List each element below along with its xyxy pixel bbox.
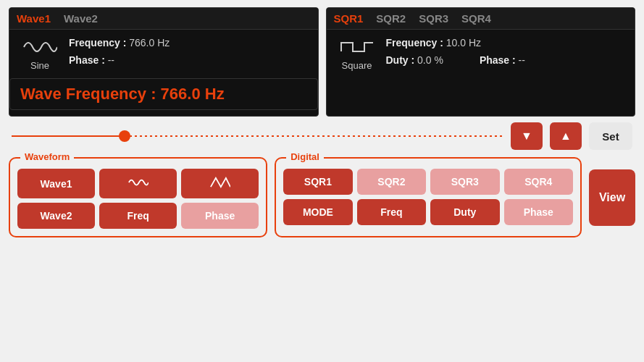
- middle-row: ▼ ▲ Set: [9, 122, 635, 150]
- sqr-panel: SQR1 SQR2 SQR3 SQR4 Square Frequency : 1…: [326, 7, 636, 117]
- freq-param: Frequency : 766.0 Hz: [69, 37, 309, 49]
- duty-param: Duty : 0.0 %: [386, 54, 443, 66]
- sqr-icon-area: Square: [335, 37, 379, 71]
- digital-row1: SQR1 SQR2 SQR3 SQR4: [283, 169, 573, 195]
- waveform-btn-sine[interactable]: [99, 169, 177, 198]
- down-arrow-button[interactable]: ▼: [511, 122, 543, 150]
- digital-row2: MODE Freq Duty Phase: [283, 199, 573, 225]
- slider-thumb[interactable]: [119, 130, 130, 142]
- sqr-second-row: Duty : 0.0 % Phase : --: [386, 54, 627, 66]
- slider-container[interactable]: [12, 127, 503, 145]
- sqr-phase-key: Phase :: [480, 54, 516, 66]
- wave-type-label: Sine: [30, 60, 49, 71]
- waveform-group: Waveform Wave1 Wave2 Freq Phase: [9, 157, 267, 237]
- set-button[interactable]: Set: [589, 122, 632, 150]
- waveform-btn-phase[interactable]: Phase: [181, 203, 259, 229]
- tab-sqr1[interactable]: SQR1: [334, 11, 364, 26]
- sine-wave-icon: [22, 37, 57, 57]
- wave-panel: Wave1 Wave2 Sine Frequency : 766.0 Hz Ph…: [9, 7, 319, 117]
- sqr-panel-tabs: SQR1 SQR2 SQR3 SQR4: [327, 8, 635, 30]
- duty-value: 0.0 %: [417, 54, 443, 66]
- digital-group: Digital SQR1 SQR2 SQR3 SQR4 MODE Freq Du…: [275, 157, 582, 237]
- freq-value: 766.0 Hz: [129, 37, 170, 49]
- waveform-btn-wave1[interactable]: Wave1: [17, 169, 95, 198]
- freq-key: Frequency :: [69, 37, 126, 49]
- view-button[interactable]: View: [589, 169, 635, 226]
- phase-value: --: [108, 54, 114, 66]
- tab-sqr2[interactable]: SQR2: [376, 11, 406, 26]
- sqr-freq-key: Frequency :: [386, 37, 443, 49]
- tab-sqr3[interactable]: SQR3: [419, 11, 448, 26]
- digital-btn-duty[interactable]: Duty: [430, 199, 499, 225]
- digital-btn-sqr2[interactable]: SQR2: [357, 169, 426, 195]
- square-wave-icon: [340, 37, 375, 57]
- sqr-phase-value: --: [519, 54, 525, 66]
- triangle-icon: [210, 176, 230, 189]
- sine-icon: [128, 176, 149, 189]
- slider-dotted-track: [125, 135, 503, 137]
- waveform-group-label: Waveform: [20, 151, 74, 162]
- digital-btn-phase[interactable]: Phase: [504, 199, 573, 225]
- phase-key: Phase :: [69, 54, 105, 66]
- wave-icon-area: Sine: [18, 37, 62, 71]
- digital-group-label: Digital: [286, 151, 324, 162]
- duty-key: Duty :: [386, 54, 415, 66]
- wave-freq-text: Wave Frequency : 766.0 Hz: [20, 85, 225, 103]
- wave-panel-tabs: Wave1 Wave2: [9, 8, 318, 30]
- top-panels: Wave1 Wave2 Sine Frequency : 766.0 Hz Ph…: [9, 7, 635, 117]
- tab-sqr4[interactable]: SQR4: [461, 11, 491, 26]
- tab-wave2[interactable]: Wave2: [64, 11, 98, 26]
- sqr-params: Frequency : 10.0 Hz Duty : 0.0 % Phase :…: [386, 37, 627, 66]
- wave-params: Frequency : 766.0 Hz Phase : --: [69, 37, 309, 66]
- sqr-freq-value: 10.0 Hz: [446, 37, 481, 49]
- wave-panel-body: Sine Frequency : 766.0 Hz Phase : --: [9, 30, 318, 78]
- waveform-btn-wave2[interactable]: Wave2: [17, 203, 95, 229]
- waveform-btn-triangle[interactable]: [181, 169, 259, 198]
- waveform-button-grid: Wave1 Wave2 Freq Phase: [17, 169, 259, 229]
- tab-wave1[interactable]: Wave1: [17, 11, 51, 26]
- sqr-freq-param: Frequency : 10.0 Hz: [386, 37, 627, 49]
- slider-solid-track: [12, 135, 125, 137]
- waveform-btn-freq[interactable]: Freq: [99, 203, 177, 229]
- wave-freq-display: Wave Frequency : 766.0 Hz: [9, 78, 318, 110]
- bottom-row: Waveform Wave1 Wave2 Freq Phase Digital …: [9, 157, 635, 237]
- digital-btn-freq[interactable]: Freq: [357, 199, 426, 225]
- up-arrow-button[interactable]: ▲: [550, 122, 582, 150]
- phase-param: Phase : --: [69, 54, 309, 66]
- digital-btn-mode[interactable]: MODE: [283, 199, 352, 225]
- digital-btn-sqr3[interactable]: SQR3: [430, 169, 499, 195]
- digital-btn-sqr4[interactable]: SQR4: [504, 169, 573, 195]
- sqr-phase-param: Phase : --: [480, 54, 525, 66]
- sqr-panel-body: Square Frequency : 10.0 Hz Duty : 0.0 % …: [327, 30, 635, 78]
- digital-btn-sqr1[interactable]: SQR1: [283, 169, 352, 195]
- sqr-type-label: Square: [342, 60, 372, 71]
